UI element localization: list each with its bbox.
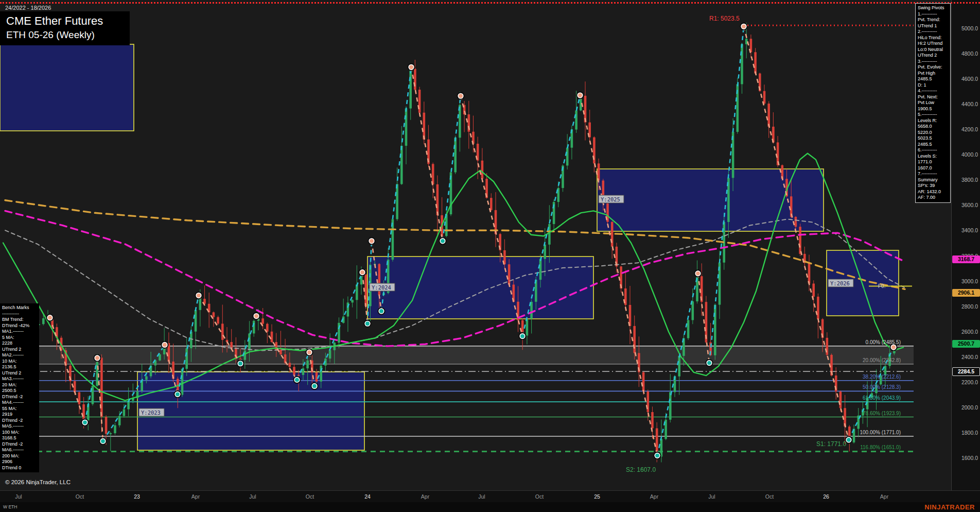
- panel-line: 10 MA:: [2, 359, 37, 365]
- time-tick-label: 26: [818, 493, 834, 500]
- price-tag: 3168.7: [952, 255, 980, 263]
- panel-line: AR: 1432.0: [918, 189, 948, 195]
- price-tick-label: 1600.0: [961, 455, 978, 461]
- time-tick-label: Apr: [188, 493, 203, 500]
- panel-line: MA3.-------: [2, 376, 37, 382]
- time-tick-label: Jul: [474, 493, 489, 500]
- upper-boundary-dotted-line: [0, 2, 980, 4]
- price-tag: 2284.5: [952, 367, 980, 376]
- time-tick-label: 24: [360, 493, 375, 500]
- panel-line: 2136.5: [2, 364, 37, 370]
- instrument-title: CME Ether Futures: [6, 14, 124, 28]
- year-box[interactable]: [367, 257, 593, 319]
- price-tick-label: 3800.0: [961, 177, 978, 183]
- year-box[interactable]: [0, 44, 134, 131]
- panel-line: D: 1: [918, 82, 948, 89]
- year-box[interactable]: [597, 169, 824, 231]
- panel-line: 2.----------: [918, 29, 948, 35]
- time-tick-label: Oct: [72, 493, 87, 500]
- panel-line: 1900.5: [918, 106, 948, 112]
- panel-line: UTrend 2: [918, 53, 948, 59]
- panel-line: 5.----------: [918, 112, 948, 118]
- chart-title-box: CME Ether Futures ETH 05-26 (Weekly): [0, 11, 130, 45]
- panel-line: 2906: [2, 459, 37, 465]
- panel-line: UTrend 2: [2, 370, 37, 377]
- contract-subtitle: ETH 05-26 (Weekly): [6, 29, 124, 41]
- panel-line: Bench Marks: [2, 305, 37, 311]
- date-range-label: 24/2022 - 18/2026: [5, 5, 51, 11]
- panel-line: DTrend -42%: [2, 323, 37, 329]
- panel-line: Levels R:: [918, 118, 948, 124]
- copyright-label: © 2026 NinjaTrader, LLC: [5, 479, 71, 485]
- price-tick-label: 3600.0: [961, 202, 978, 208]
- panel-line: 2228: [2, 340, 37, 347]
- panel-line: DTrend -2: [2, 394, 37, 400]
- time-tick-label: 23: [129, 493, 145, 500]
- panel-line: 100 MA:: [2, 430, 37, 436]
- panel-line: 20 MA:: [2, 382, 37, 388]
- panel-line: 2485.5: [918, 142, 948, 148]
- time-tick-label: Oct: [532, 493, 547, 500]
- swing-pivots-panel: Swing Pivots1.----------Pvt. Trend:UTren…: [915, 3, 951, 203]
- year-box-label: Y:2025: [599, 195, 624, 203]
- year-box-label: Y:2023: [139, 408, 164, 416]
- s2-label: S2: 1607.0: [626, 466, 656, 473]
- time-axis[interactable]: JulOct23AprJulOct24AprJulOct25AprJulOct2…: [0, 490, 980, 503]
- r1-label: R1: 5023.5: [709, 15, 740, 22]
- fib-label: 61.80% (2043.9): [863, 395, 901, 401]
- price-tick-label: 3000.0: [961, 278, 978, 284]
- panel-line: -----------: [2, 311, 37, 317]
- chart-area[interactable]: Y:2023Y:2024Y:2025Y:20260.00% (2485.5)20…: [0, 0, 914, 490]
- fib-label: 116.80% (1651.0): [860, 445, 901, 450]
- time-tick-label: Apr: [877, 493, 892, 500]
- panel-line: Levels S:: [918, 153, 948, 160]
- svg-text:Y:2024: Y:2024: [372, 284, 391, 291]
- panel-line: SP's: 39: [918, 183, 948, 189]
- panel-line: 2485.5: [918, 76, 948, 82]
- fib-label: 100.00% (1771.0): [860, 430, 901, 435]
- time-tick-label: Oct: [302, 493, 318, 500]
- panel-line: Pvt. Evolve:: [918, 64, 948, 71]
- time-tick-label: Jul: [245, 493, 260, 500]
- price-tick-label: 2400.0: [961, 354, 978, 360]
- panel-line: DTrend 0: [2, 465, 37, 471]
- price-tick-label: 2800.0: [961, 303, 978, 310]
- panel-line: 200 MA:: [2, 453, 37, 459]
- interval-tab[interactable]: W ETH: [3, 504, 17, 509]
- panel-line: 5 MA:: [2, 335, 37, 341]
- price-tick-label: 4600.0: [961, 76, 978, 82]
- time-tick-label: Apr: [417, 493, 433, 500]
- time-tick-label: Jul: [704, 493, 720, 500]
- panel-line: 2919: [2, 412, 37, 418]
- panel-line: DTrend -2: [2, 441, 37, 448]
- panel-line: Hi:2 UTrend: [918, 41, 948, 47]
- price-tick-label: 3400.0: [961, 227, 978, 233]
- price-tick-label: 5000.0: [961, 25, 978, 31]
- time-tick-label: Apr: [646, 493, 662, 500]
- price-tick-label: 4200.0: [961, 126, 978, 132]
- bench-marks-panel: Bench Marks-----------BM Trend:DTrend -4…: [0, 303, 39, 472]
- panel-line: HiLo Trend:: [918, 35, 948, 41]
- price-tick-label: 2200.0: [961, 379, 978, 385]
- panel-line: UTrend 2: [2, 347, 37, 353]
- fib-label: 38.20% (2212.6): [863, 374, 901, 380]
- panel-line: 3168.5: [2, 435, 37, 441]
- price-axis[interactable]: 5000.04800.04600.04400.04200.04000.03800…: [951, 0, 980, 490]
- year-box[interactable]: [137, 372, 364, 450]
- svg-text:Y:2025: Y:2025: [601, 196, 620, 202]
- panel-line: Swing Pivots: [918, 5, 948, 11]
- time-tick-label: Jul: [11, 493, 26, 500]
- brand-logo: NINJATRADER: [924, 503, 975, 511]
- panel-line: MA2.-------: [2, 352, 37, 359]
- price-tag: 2906.1: [952, 289, 980, 297]
- candles-layer: [2, 23, 896, 462]
- panel-line: 1771.0: [918, 159, 948, 165]
- price-tick-label: 4800.0: [961, 50, 978, 57]
- svg-text:Y:2023: Y:2023: [141, 409, 161, 416]
- panel-line: DTrend -2: [2, 418, 37, 424]
- price-tick-label: 4000.0: [961, 151, 978, 158]
- panel-line: 5220.0: [918, 130, 948, 136]
- ninjatrader-chart-window: Y:2023Y:2024Y:2025Y:20260.00% (2485.5)20…: [0, 0, 980, 512]
- panel-line: 2500.5: [2, 388, 37, 394]
- time-tick-label: Oct: [762, 493, 777, 500]
